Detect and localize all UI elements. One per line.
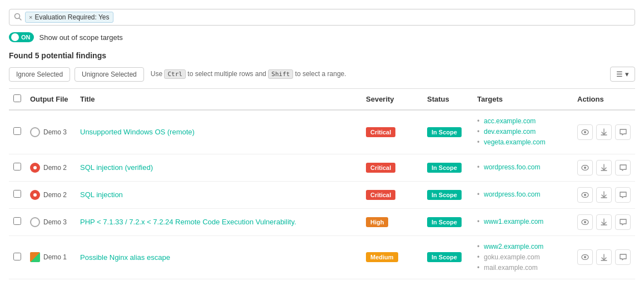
header-severity: Severity xyxy=(361,89,423,111)
severity-cell: Critical xyxy=(361,110,423,154)
toolbar: Ignore Selected Unignore Selected Use Ct… xyxy=(9,67,635,82)
status-badge: In Scope xyxy=(427,127,462,137)
status-cell: In Scope xyxy=(423,110,473,154)
search-bar: × Evaluation Required: Yes xyxy=(9,9,635,26)
comment-button[interactable] xyxy=(615,160,631,175)
output-icon xyxy=(30,252,40,262)
empty-circle-icon xyxy=(30,127,40,137)
severity-badge: Critical xyxy=(366,190,395,200)
view-toggle-button[interactable]: ☰ ▾ xyxy=(610,67,635,82)
ctrl-key-badge: Ctrl xyxy=(164,69,186,79)
target-text: goku.example.com xyxy=(484,253,540,261)
target-link[interactable]: wordpress.foo.com xyxy=(484,190,540,198)
filter-tag[interactable]: × Evaluation Required: Yes xyxy=(25,12,113,23)
download-button[interactable] xyxy=(596,187,612,203)
ignore-selected-button[interactable]: Ignore Selected xyxy=(9,67,70,82)
severity-badge: Critical xyxy=(366,163,395,173)
target-link[interactable]: acc.example.com xyxy=(484,117,536,125)
table-row: Demo 1Possible Nginx alias escapeMediumI… xyxy=(9,235,635,279)
row-checkbox[interactable] xyxy=(13,217,21,225)
table-row: Demo 2SQL injection (verified)CriticalIn… xyxy=(9,154,635,181)
row-checkbox[interactable] xyxy=(13,253,21,260)
title-link[interactable]: SQL injection xyxy=(80,190,123,199)
header-output-file: Output File xyxy=(26,89,76,111)
output-icon xyxy=(30,163,40,173)
toggle-state-label: ON xyxy=(21,34,31,41)
title-cell: SQL injection (verified) xyxy=(76,154,361,181)
severity-cell: Critical xyxy=(361,154,423,181)
target-item: wordpress.foo.com xyxy=(477,189,568,200)
severity-cell: Medium xyxy=(361,235,423,279)
comment-button[interactable] xyxy=(615,187,631,203)
svg-point-11 xyxy=(584,256,586,258)
download-button[interactable] xyxy=(596,249,612,265)
target-link[interactable]: www2.example.com xyxy=(484,243,543,250)
comment-button[interactable] xyxy=(615,124,631,140)
view-button[interactable] xyxy=(577,214,593,230)
findings-summary: Found 5 potential findings xyxy=(9,51,635,60)
title-link[interactable]: SQL injection (verified) xyxy=(80,163,153,172)
download-button[interactable] xyxy=(596,124,612,140)
title-cell: Unsupported Windows OS (remote) xyxy=(76,110,361,154)
search-icon xyxy=(14,13,22,22)
actions-cell xyxy=(573,208,635,235)
target-link[interactable]: vegeta.example.com xyxy=(484,138,546,146)
empty-circle-icon xyxy=(30,217,40,227)
targets-cell: wordpress.foo.com xyxy=(473,154,573,181)
target-item: wordpress.foo.com xyxy=(477,162,568,173)
toolbar-hint: Use Ctrl to select multiple rows and Shi… xyxy=(151,69,346,79)
severity-badge: Medium xyxy=(366,252,398,262)
download-button[interactable] xyxy=(596,214,612,230)
view-button[interactable] xyxy=(577,249,593,265)
view-button[interactable] xyxy=(577,124,593,140)
row-checkbox[interactable] xyxy=(13,127,21,135)
comment-button[interactable] xyxy=(615,249,631,265)
comment-button[interactable] xyxy=(615,214,631,230)
target-link[interactable]: wordpress.foo.com xyxy=(484,163,540,171)
view-button[interactable] xyxy=(577,160,593,175)
filter-tag-label: Evaluation Required: Yes xyxy=(34,13,109,21)
row-checkbox-cell xyxy=(9,235,26,279)
row-checkbox-cell xyxy=(9,154,26,181)
download-button[interactable] xyxy=(596,160,612,175)
target-item: www2.example.com xyxy=(477,242,568,252)
status-cell: In Scope xyxy=(423,154,473,181)
row-checkbox-cell xyxy=(9,208,26,235)
header-checkbox-col xyxy=(9,89,26,111)
title-cell: PHP < 7.1.33 / 7.2.x < 7.2.24 Remote Cod… xyxy=(76,208,361,235)
output-name-label: Demo 1 xyxy=(43,253,67,261)
scope-toggle[interactable]: ON xyxy=(9,32,34,42)
targets-cell: www1.example.com xyxy=(473,208,573,235)
table-row: Demo 2SQL injectionCriticalIn Scopewordp… xyxy=(9,181,635,208)
row-checkbox[interactable] xyxy=(13,190,21,198)
red-circle-icon xyxy=(30,163,40,173)
status-badge: In Scope xyxy=(427,190,462,200)
header-targets: Targets xyxy=(473,89,573,111)
actions-cell xyxy=(573,235,635,279)
svg-line-1 xyxy=(19,18,22,20)
output-name-label: Demo 2 xyxy=(43,164,67,172)
svg-point-7 xyxy=(584,194,586,196)
title-link[interactable]: Unsupported Windows OS (remote) xyxy=(80,128,195,136)
title-link[interactable]: Possible Nginx alias escape xyxy=(80,253,170,262)
status-badge: In Scope xyxy=(427,163,462,173)
row-checkbox[interactable] xyxy=(13,163,21,170)
actions-cell xyxy=(573,110,635,154)
row-checkbox-cell xyxy=(9,110,26,154)
target-item: vegeta.example.com xyxy=(477,137,568,148)
svg-point-3 xyxy=(584,131,586,133)
targets-cell: acc.example.comdev.example.comvegeta.exa… xyxy=(473,110,573,154)
shift-key-badge: Shift xyxy=(268,69,293,79)
header-actions: Actions xyxy=(573,89,635,111)
unignore-selected-button[interactable]: Unignore Selected xyxy=(75,67,144,82)
select-all-checkbox[interactable] xyxy=(13,94,21,102)
target-link[interactable]: www1.example.com xyxy=(484,218,543,225)
view-button[interactable] xyxy=(577,187,593,203)
severity-badge: Critical xyxy=(366,127,395,137)
svg-point-5 xyxy=(584,167,586,169)
title-link[interactable]: PHP < 7.1.33 / 7.2.x < 7.2.24 Remote Cod… xyxy=(80,218,296,226)
target-link[interactable]: dev.example.com xyxy=(484,128,536,136)
hint-text: to select multiple rows and xyxy=(187,70,266,78)
filter-x-icon[interactable]: × xyxy=(29,14,32,21)
title-cell: Possible Nginx alias escape xyxy=(76,235,361,279)
